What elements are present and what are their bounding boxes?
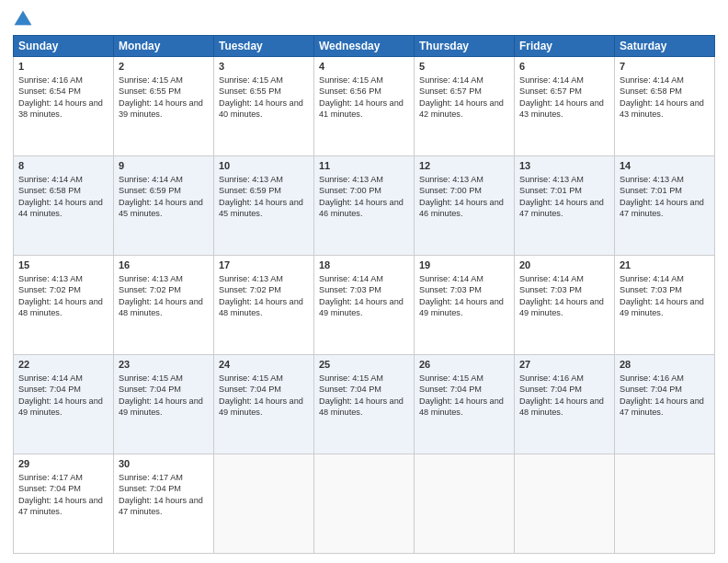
day-number: 8 xyxy=(18,159,108,173)
day-number: 7 xyxy=(620,60,710,74)
calendar-cell-w3-1: 16Sunrise: 4:13 AMSunset: 7:02 PMDayligh… xyxy=(114,256,214,355)
sunrise-label: Sunrise: 4:13 AM xyxy=(419,175,483,184)
sunrise-label: Sunrise: 4:15 AM xyxy=(419,373,483,383)
sunrise-label: Sunrise: 4:14 AM xyxy=(18,373,83,383)
day-number: 9 xyxy=(119,159,209,173)
daylight-label: Daylight: 14 hours and 48 minutes. xyxy=(219,297,303,317)
sunset-label: Sunset: 7:04 PM xyxy=(119,484,181,493)
sunrise-label: Sunrise: 4:15 AM xyxy=(319,373,383,383)
sunrise-label: Sunrise: 4:14 AM xyxy=(319,274,383,283)
daylight-label: Daylight: 14 hours and 49 minutes. xyxy=(119,396,203,417)
sunset-label: Sunset: 7:04 PM xyxy=(18,484,81,493)
daylight-label: Daylight: 14 hours and 49 minutes. xyxy=(219,396,303,417)
sunset-label: Sunset: 6:59 PM xyxy=(219,186,281,195)
daylight-label: Daylight: 14 hours and 44 minutes. xyxy=(18,198,103,218)
day-number: 27 xyxy=(519,358,609,372)
calendar-cell-w4-3: 25Sunrise: 4:15 AMSunset: 7:04 PMDayligh… xyxy=(314,355,415,454)
day-number: 30 xyxy=(119,457,209,471)
sunrise-label: Sunrise: 4:15 AM xyxy=(219,75,283,85)
calendar-row-1: 1Sunrise: 4:16 AMSunset: 6:54 PMDaylight… xyxy=(14,57,715,156)
logo xyxy=(13,9,33,29)
calendar-cell-w3-3: 18Sunrise: 4:14 AMSunset: 7:03 PMDayligh… xyxy=(314,256,415,355)
col-header-friday: Friday xyxy=(515,36,615,57)
calendar-cell-w5-0: 29Sunrise: 4:17 AMSunset: 7:04 PMDayligh… xyxy=(14,454,114,554)
day-number: 16 xyxy=(119,259,209,272)
daylight-label: Daylight: 14 hours and 43 minutes. xyxy=(620,98,704,119)
day-number: 29 xyxy=(18,457,108,471)
daylight-label: Daylight: 14 hours and 42 minutes. xyxy=(419,98,504,119)
col-header-wednesday: Wednesday xyxy=(314,36,415,57)
sunset-label: Sunset: 6:55 PM xyxy=(119,86,181,96)
sunset-label: Sunset: 6:56 PM xyxy=(319,86,381,96)
sunrise-label: Sunrise: 4:13 AM xyxy=(18,274,83,283)
daylight-label: Daylight: 14 hours and 47 minutes. xyxy=(620,396,704,417)
sunset-label: Sunset: 7:02 PM xyxy=(18,285,81,294)
sunrise-label: Sunrise: 4:14 AM xyxy=(519,274,584,283)
calendar-cell-3: 3Sunrise: 4:15 AMSunset: 6:55 PMDaylight… xyxy=(214,57,314,156)
day-number: 13 xyxy=(519,159,609,173)
sunrise-label: Sunrise: 4:14 AM xyxy=(419,274,483,283)
daylight-label: Daylight: 14 hours and 45 minutes. xyxy=(119,198,203,218)
day-number: 6 xyxy=(519,60,609,74)
sunrise-label: Sunrise: 4:14 AM xyxy=(419,75,483,85)
calendar-cell-w3-6: 21Sunrise: 4:14 AMSunset: 7:03 PMDayligh… xyxy=(615,256,715,355)
daylight-label: Daylight: 14 hours and 48 minutes. xyxy=(419,396,504,417)
col-header-tuesday: Tuesday xyxy=(214,36,314,57)
calendar-cell-w5-2 xyxy=(214,454,314,554)
calendar-cell-w4-1: 23Sunrise: 4:15 AMSunset: 7:04 PMDayligh… xyxy=(114,355,214,454)
sunrise-label: Sunrise: 4:14 AM xyxy=(119,175,183,184)
day-number: 28 xyxy=(620,358,710,372)
calendar-cell-6: 6Sunrise: 4:14 AMSunset: 6:57 PMDaylight… xyxy=(515,57,615,156)
calendar-cell-w2-5: 13Sunrise: 4:13 AMSunset: 7:01 PMDayligh… xyxy=(515,156,615,256)
sunset-label: Sunset: 6:54 PM xyxy=(18,86,81,96)
daylight-label: Daylight: 14 hours and 40 minutes. xyxy=(219,98,303,119)
day-number: 19 xyxy=(419,259,509,272)
calendar-cell-1: 1Sunrise: 4:16 AMSunset: 6:54 PMDaylight… xyxy=(14,57,114,156)
col-header-monday: Monday xyxy=(114,36,214,57)
day-number: 3 xyxy=(219,60,309,74)
sunset-label: Sunset: 6:57 PM xyxy=(419,86,482,96)
sunset-label: Sunset: 6:58 PM xyxy=(620,86,682,96)
sunrise-label: Sunrise: 4:15 AM xyxy=(119,373,183,383)
daylight-label: Daylight: 14 hours and 49 minutes. xyxy=(620,297,704,317)
calendar-cell-w5-1: 30Sunrise: 4:17 AMSunset: 7:04 PMDayligh… xyxy=(114,454,214,554)
day-number: 11 xyxy=(319,159,409,173)
sunset-label: Sunset: 7:04 PM xyxy=(18,385,81,394)
sunset-label: Sunset: 7:04 PM xyxy=(620,385,682,394)
sunset-label: Sunset: 6:55 PM xyxy=(219,86,281,96)
calendar-cell-w3-5: 20Sunrise: 4:14 AMSunset: 7:03 PMDayligh… xyxy=(515,256,615,355)
calendar-cell-w4-4: 26Sunrise: 4:15 AMSunset: 7:04 PMDayligh… xyxy=(415,355,515,454)
sunset-label: Sunset: 6:59 PM xyxy=(119,186,181,195)
calendar-cell-5: 5Sunrise: 4:14 AMSunset: 6:57 PMDaylight… xyxy=(415,57,515,156)
calendar-header-row: SundayMondayTuesdayWednesdayThursdayFrid… xyxy=(14,36,715,57)
col-header-sunday: Sunday xyxy=(14,36,114,57)
sunrise-label: Sunrise: 4:13 AM xyxy=(219,274,283,283)
day-number: 21 xyxy=(620,259,710,272)
daylight-label: Daylight: 14 hours and 45 minutes. xyxy=(219,198,303,218)
day-number: 23 xyxy=(119,358,209,372)
sunrise-label: Sunrise: 4:13 AM xyxy=(119,274,183,283)
daylight-label: Daylight: 14 hours and 48 minutes. xyxy=(519,396,604,417)
calendar-cell-w5-6 xyxy=(615,454,715,554)
daylight-label: Daylight: 14 hours and 46 minutes. xyxy=(319,198,404,218)
sunset-label: Sunset: 7:02 PM xyxy=(119,285,181,294)
day-number: 1 xyxy=(18,60,108,74)
calendar-cell-w2-6: 14Sunrise: 4:13 AMSunset: 7:01 PMDayligh… xyxy=(615,156,715,256)
calendar-cell-7: 7Sunrise: 4:14 AMSunset: 6:58 PMDaylight… xyxy=(615,57,715,156)
daylight-label: Daylight: 14 hours and 49 minutes. xyxy=(419,297,504,317)
sunrise-label: Sunrise: 4:15 AM xyxy=(119,75,183,85)
sunset-label: Sunset: 7:00 PM xyxy=(319,186,381,195)
calendar-row-4: 22Sunrise: 4:14 AMSunset: 7:04 PMDayligh… xyxy=(14,355,715,454)
day-number: 25 xyxy=(319,358,409,372)
daylight-label: Daylight: 14 hours and 48 minutes. xyxy=(119,297,203,317)
sunrise-label: Sunrise: 4:13 AM xyxy=(620,175,684,184)
daylight-label: Daylight: 14 hours and 49 minutes. xyxy=(519,297,604,317)
header xyxy=(13,9,715,29)
daylight-label: Daylight: 14 hours and 47 minutes. xyxy=(519,198,604,218)
daylight-label: Daylight: 14 hours and 47 minutes. xyxy=(620,198,704,218)
daylight-label: Daylight: 14 hours and 48 minutes. xyxy=(18,297,103,317)
sunrise-label: Sunrise: 4:16 AM xyxy=(620,373,684,383)
daylight-label: Daylight: 14 hours and 48 minutes. xyxy=(319,396,404,417)
daylight-label: Daylight: 14 hours and 49 minutes. xyxy=(319,297,404,317)
day-number: 12 xyxy=(419,159,509,173)
